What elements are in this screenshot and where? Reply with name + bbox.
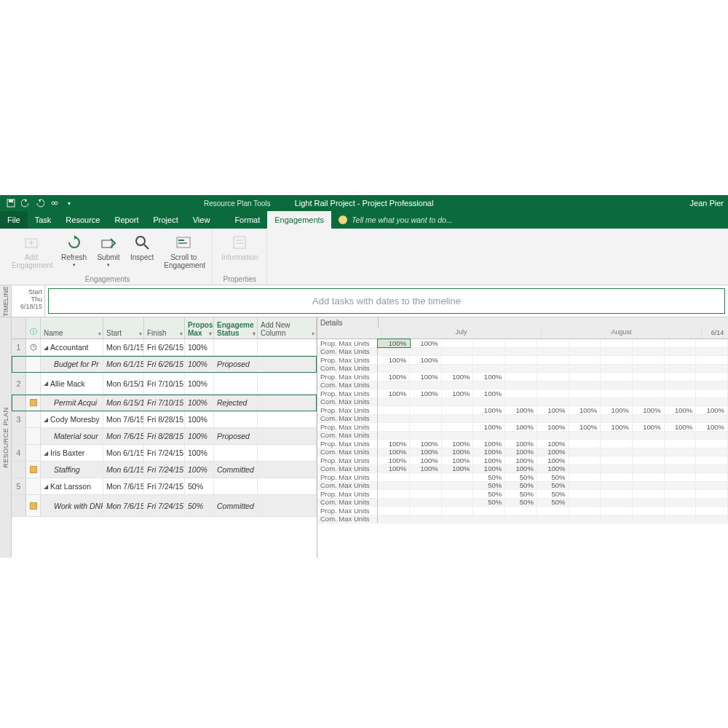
timephased-cell[interactable]	[473, 356, 505, 364]
table-row[interactable]: 3◢Cody MoresbyMon 7/6/15Fri 8/28/15100%	[12, 411, 317, 428]
timephased-cell[interactable]	[633, 389, 665, 397]
cell-indicator[interactable]	[26, 495, 41, 516]
cell-indicator[interactable]	[26, 445, 41, 461]
timephased-cell[interactable]	[537, 507, 569, 515]
tell-me-search[interactable]: Tell me what you want to do...	[331, 211, 460, 229]
timephased-cell[interactable]	[601, 381, 633, 389]
timephased-cell[interactable]	[601, 499, 633, 507]
timephased-cell[interactable]	[696, 456, 728, 464]
timephased-cell[interactable]: 100%	[378, 373, 410, 381]
timephased-cell[interactable]: 50%	[505, 482, 537, 490]
timephased-cell[interactable]	[696, 432, 728, 440]
timephased-cell[interactable]	[569, 499, 601, 507]
timephased-cell[interactable]: 100%	[442, 373, 474, 381]
cell-start[interactable]: Mon 6/1/15	[103, 445, 144, 461]
timephased-cell[interactable]	[665, 398, 697, 406]
undo-icon[interactable]	[20, 198, 31, 208]
timephased-cell[interactable]	[537, 348, 569, 356]
timephased-cell[interactable]	[473, 415, 505, 423]
cell-rownum[interactable]: 3	[12, 411, 26, 427]
save-icon[interactable]	[6, 198, 16, 208]
timephased-cell[interactable]	[665, 373, 697, 381]
timephased-cell[interactable]	[633, 432, 665, 440]
timephased-cell[interactable]	[473, 515, 505, 523]
timephased-cell[interactable]: 50%	[473, 473, 505, 481]
timephased-cell[interactable]: 100%	[378, 339, 410, 347]
cell-status[interactable]: Committed	[214, 462, 258, 478]
col-finish[interactable]: Finish▾	[144, 317, 185, 339]
timephased-cell[interactable]	[378, 365, 410, 373]
cell-indicator[interactable]	[26, 411, 41, 427]
cell-rownum[interactable]: 1	[12, 339, 26, 355]
cell-start[interactable]: Mon 6/1/15	[103, 356, 144, 372]
details-header[interactable]: Details	[317, 317, 379, 328]
cell-add[interactable]	[258, 356, 317, 372]
information-button[interactable]: Information	[217, 230, 262, 274]
timephased-cell[interactable]	[601, 473, 633, 481]
col-indicator[interactable]: ⓘ	[26, 317, 41, 339]
cell-name[interactable]: ◢Allie Mack	[41, 373, 103, 394]
timephased-cell[interactable]	[696, 440, 728, 448]
tab-engagements[interactable]: Engagements	[267, 211, 331, 229]
timephased-cell[interactable]	[569, 448, 601, 456]
timephased-cell[interactable]	[696, 515, 728, 523]
timephased-cell[interactable]	[410, 423, 442, 431]
timephased-cell[interactable]	[505, 389, 537, 397]
cell-max[interactable]: 100%	[185, 373, 214, 394]
timephased-cell[interactable]	[505, 507, 537, 515]
timephased-cell[interactable]	[601, 389, 633, 397]
timephased-cell[interactable]: 100%	[537, 423, 569, 431]
timephased-cell[interactable]	[601, 432, 633, 440]
timephased-cell[interactable]: 100%	[633, 423, 665, 431]
timephased-cell[interactable]	[569, 356, 601, 364]
cell-finish[interactable]: Fri 7/24/15	[144, 462, 185, 478]
timephased-cell[interactable]	[505, 365, 537, 373]
timephased-cell[interactable]	[569, 339, 601, 347]
timephased-cell[interactable]	[569, 373, 601, 381]
cell-indicator[interactable]	[26, 462, 41, 478]
timephased-cell[interactable]	[569, 415, 601, 423]
timephased-cell[interactable]	[665, 432, 697, 440]
timephased-cell[interactable]	[410, 473, 442, 481]
timephased-cell[interactable]	[696, 356, 728, 364]
cell-finish[interactable]: Fri 6/26/15	[144, 339, 185, 355]
tab-report[interactable]: Report	[107, 211, 146, 229]
timephased-cell[interactable]	[569, 381, 601, 389]
timephased-cell[interactable]	[633, 348, 665, 356]
cell-status[interactable]	[214, 373, 258, 394]
cell-add[interactable]	[258, 339, 317, 355]
timephased-cell[interactable]	[665, 448, 697, 456]
cell-name[interactable]: Staffing	[41, 462, 103, 478]
timephased-cell[interactable]	[601, 398, 633, 406]
cell-start[interactable]: Mon 6/1/15	[103, 462, 144, 478]
timephased-cell[interactable]	[633, 490, 665, 498]
timephased-cell[interactable]	[696, 339, 728, 347]
timephased-cell[interactable]: 100%	[473, 389, 505, 397]
timephased-cell[interactable]	[442, 415, 474, 423]
timephased-cell[interactable]	[665, 499, 697, 507]
table-row[interactable]: 2◢Allie MackMon 6/15/15Fri 7/10/15100%	[12, 373, 317, 395]
cell-max[interactable]: 100%	[185, 339, 214, 355]
timephased-cell[interactable]	[696, 448, 728, 456]
timephased-cell[interactable]	[665, 482, 697, 490]
timephased-cell[interactable]	[633, 465, 665, 473]
timephased-cell[interactable]: 100%	[410, 440, 442, 448]
timephased-cell[interactable]	[442, 515, 474, 523]
timephased-cell[interactable]	[378, 473, 410, 481]
submit-button[interactable]: Submit ▾	[92, 230, 124, 274]
cell-status[interactable]: Proposed	[214, 428, 258, 444]
timephased-cell[interactable]	[410, 406, 442, 414]
timephased-cell[interactable]: 100%	[473, 373, 505, 381]
timephased-cell[interactable]	[442, 490, 474, 498]
timephased-cell[interactable]	[378, 507, 410, 515]
refresh-button[interactable]: Refresh ▾	[57, 230, 91, 274]
chevron-down-icon[interactable]: ▾	[139, 331, 142, 337]
table-row[interactable]: Permit AcquiMon 6/15/15Fri 7/10/15100%Re…	[12, 395, 317, 411]
timephased-cell[interactable]: 50%	[537, 473, 569, 481]
timephased-cell[interactable]	[378, 423, 410, 431]
cell-add[interactable]	[258, 395, 317, 411]
timephased-cell[interactable]	[665, 440, 697, 448]
timephased-cell[interactable]	[442, 356, 474, 364]
timephased-cell[interactable]: 100%	[696, 423, 728, 431]
timephased-cell[interactable]	[665, 465, 697, 473]
